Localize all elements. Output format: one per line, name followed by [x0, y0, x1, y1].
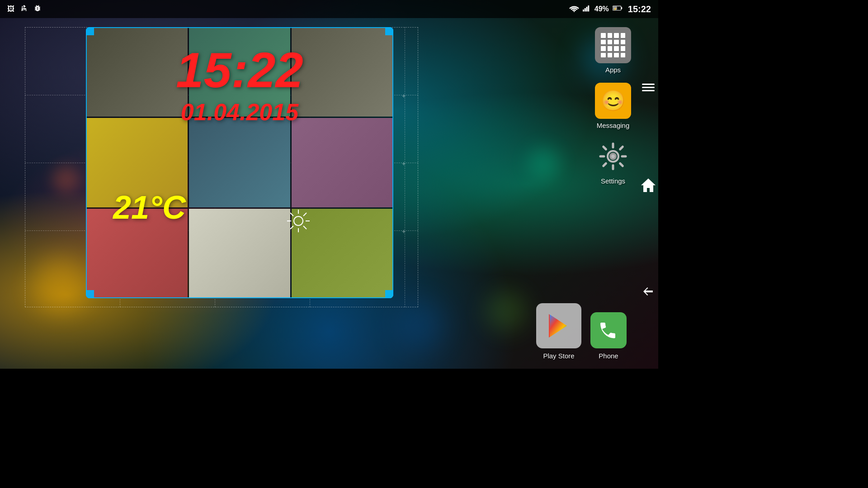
settings-icon-container[interactable]: Settings	[595, 138, 631, 185]
apps-icon-container[interactable]: Apps	[595, 27, 631, 74]
apps-grid-icon	[601, 33, 625, 57]
usb-icon	[20, 4, 28, 14]
play-store-icon[interactable]	[536, 303, 581, 348]
battery-percentage: 49%	[594, 5, 609, 13]
status-time: 15:22	[628, 4, 651, 14]
gear-svg-icon	[597, 140, 629, 173]
svg-rect-7	[588, 5, 589, 12]
nav-buttons	[640, 18, 656, 369]
status-right-icons: 49% ⚡ 15:22	[569, 4, 651, 14]
debug-icon	[33, 4, 42, 14]
settings-label: Settings	[601, 177, 625, 185]
svg-rect-4	[583, 9, 584, 12]
clock-date: 01.04.2015	[181, 99, 298, 126]
svg-rect-5	[585, 8, 586, 12]
messaging-label: Messaging	[597, 122, 630, 129]
svg-marker-24	[550, 314, 567, 337]
clock-overlay: 15:22 01.04.2015	[86, 27, 393, 298]
svg-rect-10	[621, 7, 622, 9]
battery-icon: ⚡	[613, 5, 623, 14]
phone-label: Phone	[599, 352, 618, 360]
wifi-icon	[569, 4, 579, 14]
photo-icon: 🖼	[7, 5, 14, 13]
back-button[interactable]	[640, 283, 656, 303]
clock-widget[interactable]: 15:22 01.04.2015 21°C	[86, 27, 393, 298]
home-button[interactable]	[640, 177, 656, 197]
play-store-container[interactable]: Play Store	[536, 303, 581, 360]
apps-icon[interactable]	[595, 27, 631, 63]
phone-icon[interactable]	[590, 312, 627, 348]
svg-rect-6	[586, 7, 587, 12]
svg-text:⚡: ⚡	[613, 7, 617, 10]
main-area: + + + + + + + + + + + +	[0, 18, 658, 369]
signal-icon	[583, 4, 591, 14]
apps-label: Apps	[605, 66, 621, 74]
play-store-svg	[545, 312, 572, 339]
phone-container[interactable]: Phone	[590, 312, 627, 360]
messaging-icon-container[interactable]: 😊 Messaging	[595, 83, 631, 129]
settings-icon[interactable]	[595, 138, 631, 174]
play-store-label: Play Store	[543, 352, 574, 360]
messaging-face-icon: 😊	[601, 89, 626, 113]
messaging-icon[interactable]: 😊	[595, 83, 631, 119]
svg-point-3	[573, 10, 575, 12]
bottom-icons-row: Play Store Phone	[536, 303, 627, 360]
status-bar: 🖼	[0, 0, 658, 18]
clock-time: 15:22	[176, 45, 303, 95]
menu-button[interactable]	[642, 84, 655, 91]
status-left-icons: 🖼	[7, 4, 42, 14]
svg-point-23	[611, 155, 615, 158]
